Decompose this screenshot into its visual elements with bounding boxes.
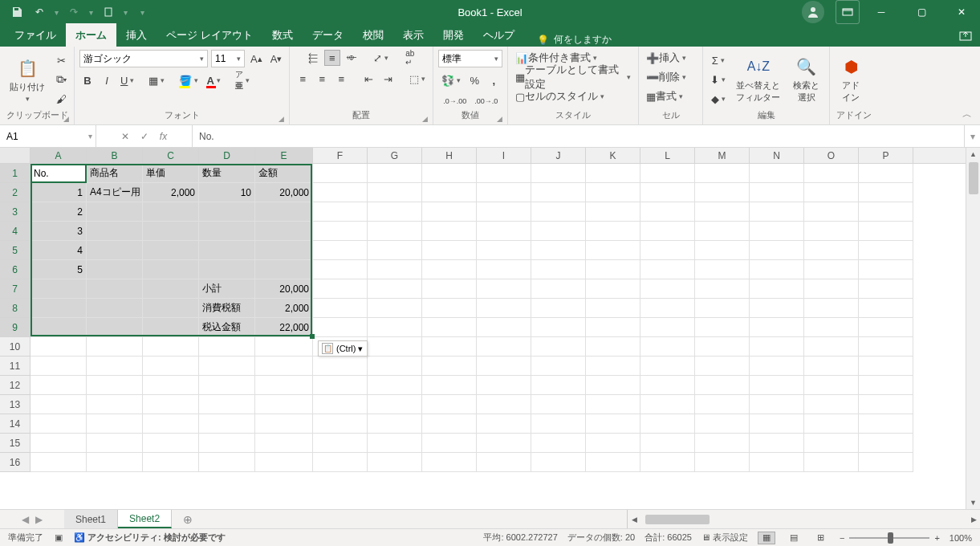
cell[interactable]: [368, 395, 422, 414]
cell[interactable]: [255, 376, 313, 395]
cell[interactable]: [143, 222, 199, 241]
cell[interactable]: [199, 453, 255, 472]
align-top-button[interactable]: ⬱: [305, 50, 321, 66]
row-header[interactable]: 11: [0, 357, 30, 376]
cell[interactable]: [531, 395, 586, 414]
row-header[interactable]: 5: [0, 241, 30, 260]
cell[interactable]: [143, 376, 199, 395]
align-bottom-button[interactable]: ⬲: [344, 50, 360, 66]
cell[interactable]: [750, 337, 804, 357]
zoom-in-button[interactable]: +: [934, 533, 939, 543]
cancel-formula-button[interactable]: ✕: [121, 131, 129, 142]
column-header[interactable]: L: [640, 148, 695, 163]
cell[interactable]: [313, 183, 368, 202]
cell[interactable]: [255, 395, 313, 414]
row-header[interactable]: 8: [0, 299, 30, 318]
paste-options-button[interactable]: 📋(Ctrl) ▾: [318, 340, 368, 357]
cell[interactable]: [477, 183, 531, 202]
cell[interactable]: [695, 279, 750, 299]
cell[interactable]: [695, 337, 750, 357]
cell[interactable]: [255, 202, 313, 222]
cell[interactable]: [804, 279, 859, 299]
tab-page-layout[interactable]: ページ レイアウト: [157, 23, 262, 47]
cell[interactable]: [695, 202, 750, 222]
format-as-table-button[interactable]: ▦ テーブルとして書式設定: [513, 69, 633, 85]
cell[interactable]: [87, 357, 143, 376]
accessibility-status[interactable]: ♿ アクセシビリティ: 検討が必要です: [74, 532, 226, 544]
cell[interactable]: [531, 241, 586, 260]
cell[interactable]: [586, 222, 640, 241]
save-icon[interactable]: [10, 5, 24, 19]
cell[interactable]: [640, 222, 695, 241]
fill-button[interactable]: ⬇: [708, 71, 728, 88]
font-name-combo[interactable]: 游ゴシック▾: [79, 50, 208, 67]
cell[interactable]: [640, 202, 695, 222]
cell[interactable]: [586, 241, 640, 260]
cell[interactable]: [199, 241, 255, 260]
cell[interactable]: [422, 434, 477, 453]
cell[interactable]: 1: [30, 183, 87, 202]
cell[interactable]: [640, 164, 695, 183]
cell[interactable]: [313, 453, 368, 472]
cell[interactable]: [804, 357, 859, 376]
cell[interactable]: [422, 337, 477, 357]
cell[interactable]: [859, 279, 913, 299]
cell[interactable]: [143, 260, 199, 279]
column-header[interactable]: E: [255, 148, 313, 163]
cell[interactable]: [30, 395, 87, 414]
tell-me[interactable]: 💡何をしますか: [537, 33, 612, 47]
cell[interactable]: [143, 241, 199, 260]
percent-button[interactable]: %: [466, 72, 482, 88]
cell[interactable]: [87, 376, 143, 395]
cell[interactable]: [313, 395, 368, 414]
cell[interactable]: [313, 357, 368, 376]
cell[interactable]: 2: [30, 202, 87, 222]
cell[interactable]: [640, 337, 695, 357]
cell[interactable]: [368, 414, 422, 434]
cell[interactable]: [640, 318, 695, 337]
border-button[interactable]: ▦: [146, 72, 167, 88]
column-header[interactable]: K: [586, 148, 640, 163]
cell[interactable]: [477, 318, 531, 337]
cell[interactable]: [87, 414, 143, 434]
decrease-indent-button[interactable]: ⇤: [360, 71, 376, 87]
row-header[interactable]: 6: [0, 260, 30, 279]
cell[interactable]: [859, 395, 913, 414]
cell[interactable]: [368, 202, 422, 222]
cell[interactable]: [87, 395, 143, 414]
cell[interactable]: [695, 222, 750, 241]
ribbon-display-options-icon[interactable]: [836, 0, 860, 24]
cell[interactable]: [477, 260, 531, 279]
cell[interactable]: [750, 318, 804, 337]
redo-icon[interactable]: ↷: [67, 5, 81, 19]
cell[interactable]: [368, 279, 422, 299]
cell[interactable]: [531, 453, 586, 472]
cell[interactable]: [750, 395, 804, 414]
insert-function-button[interactable]: fx: [160, 131, 167, 142]
cell[interactable]: [368, 299, 422, 318]
cell[interactable]: [477, 337, 531, 357]
cell[interactable]: [255, 241, 313, 260]
column-header[interactable]: F: [313, 148, 368, 163]
column-header[interactable]: M: [695, 148, 750, 163]
cell[interactable]: A4コピー用: [87, 183, 143, 202]
cell[interactable]: [859, 434, 913, 453]
cell[interactable]: 数量: [199, 164, 255, 183]
cell[interactable]: [255, 260, 313, 279]
format-cells-button[interactable]: ▦ 書式: [644, 88, 685, 104]
cell[interactable]: [422, 260, 477, 279]
cell[interactable]: [531, 260, 586, 279]
dialog-launcher-icon[interactable]: ◢: [497, 115, 502, 123]
cell[interactable]: [804, 164, 859, 183]
cell[interactable]: [30, 279, 87, 299]
cell[interactable]: No.: [30, 164, 87, 183]
comma-button[interactable]: ,: [486, 72, 502, 88]
cell[interactable]: [143, 337, 199, 357]
cell[interactable]: [640, 434, 695, 453]
cell[interactable]: [422, 318, 477, 337]
cell[interactable]: [199, 414, 255, 434]
cell[interactable]: [750, 279, 804, 299]
dialog-launcher-icon[interactable]: ◢: [279, 115, 284, 123]
cell[interactable]: [368, 260, 422, 279]
cell[interactable]: [804, 434, 859, 453]
